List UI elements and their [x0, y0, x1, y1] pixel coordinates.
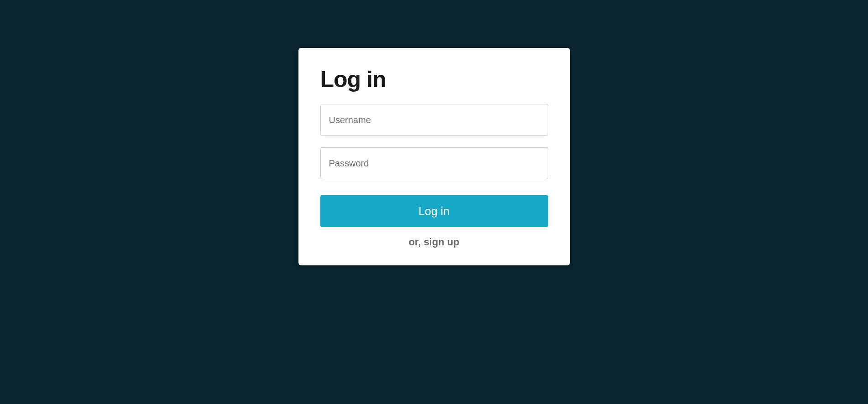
username-input[interactable] — [320, 104, 548, 136]
login-title: Log in — [320, 66, 548, 93]
signup-link[interactable]: or, sign up — [320, 236, 548, 248]
login-button[interactable]: Log in — [320, 195, 548, 227]
login-card: Log in Log in or, sign up — [298, 48, 570, 265]
password-input[interactable] — [320, 147, 548, 179]
